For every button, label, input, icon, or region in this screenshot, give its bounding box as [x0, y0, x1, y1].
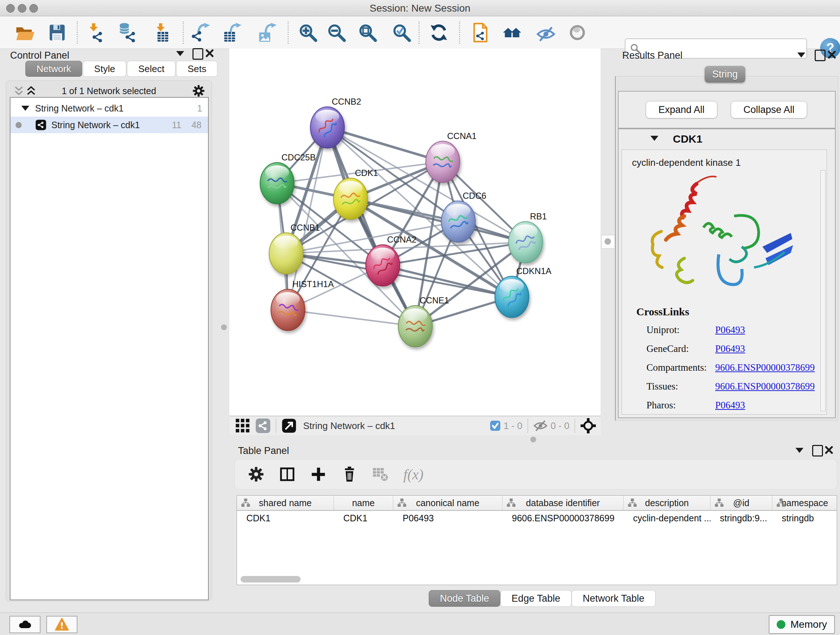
export-table-button[interactable] — [222, 22, 243, 43]
cell-shared-name[interactable]: CDK1 — [237, 511, 334, 526]
control-panel-float-icon[interactable] — [193, 48, 203, 60]
results-panel-float-icon[interactable] — [815, 50, 826, 61]
tab-select[interactable]: Select — [127, 61, 175, 77]
bottom-splitter-handle[interactable] — [531, 437, 536, 442]
results-panel-menu-icon[interactable] — [797, 52, 805, 57]
cell-description[interactable]: cyclin-dependent ... — [624, 511, 711, 526]
table-panel-menu-icon[interactable] — [796, 448, 804, 453]
birdseye-icon[interactable] — [580, 418, 596, 434]
graph-node-label-CCNB2: CCNB2 — [332, 97, 361, 106]
graph-node-CDKN1A[interactable]: CDKN1A — [495, 266, 551, 318]
zoom-out-icon — [327, 23, 346, 42]
tab-string[interactable]: String — [705, 66, 745, 82]
zoom-selected-button[interactable] — [391, 22, 412, 43]
columns-icon[interactable] — [279, 466, 295, 483]
collection-expander-icon[interactable] — [21, 106, 29, 111]
column-header--id[interactable]: @id — [711, 496, 772, 510]
expand-all-button[interactable]: Expand All — [646, 101, 717, 119]
column-header-database-identifier[interactable]: database identifier — [502, 496, 624, 510]
hidden-eye-icon[interactable] — [533, 420, 548, 432]
crosslink-link[interactable]: P06493 — [715, 325, 745, 343]
add-column-icon[interactable] — [310, 466, 327, 483]
graph-node-HIST1H1A[interactable]: HIST1H1A — [271, 279, 334, 331]
gene-section: CDK1 cyclin-dependent kinase 1 — [618, 128, 836, 418]
crosslink-link[interactable]: 9606.ENSP00000378699 — [715, 381, 815, 400]
detach-view-icon[interactable] — [281, 418, 297, 433]
left-splitter-handle[interactable] — [221, 325, 227, 330]
tab-network-table[interactable]: Network Table — [572, 590, 656, 607]
tab-network[interactable]: Network — [25, 61, 82, 77]
refresh-view-button[interactable] — [428, 22, 449, 43]
import-network-file-button[interactable] — [85, 22, 106, 43]
network-canvas[interactable]: CCNB2CCNA1CDC25BCDK1CDC6RB1CCNB1CCNA2CDK… — [229, 49, 600, 416]
tab-edge-table[interactable]: Edge Table — [500, 590, 572, 607]
detail-sphere-button[interactable] — [567, 22, 588, 43]
graph-edge-CCNB2-CCNA1[interactable] — [327, 127, 443, 162]
table-gear-icon[interactable] — [248, 466, 264, 483]
right-splitter-handle[interactable] — [601, 235, 615, 249]
network-share-icon[interactable] — [256, 418, 271, 433]
cell-name[interactable]: CDK1 — [334, 511, 393, 526]
graph-node-CCNE1[interactable]: CCNE1 — [398, 295, 449, 347]
cell-canonical-name[interactable]: P06493 — [393, 511, 502, 526]
tab-node-table[interactable]: Node Table — [429, 590, 500, 607]
graph-node-CDC25B[interactable]: CDC25B — [260, 152, 316, 204]
save-session-button[interactable] — [47, 22, 68, 43]
warnings-button[interactable] — [46, 616, 77, 633]
gene-expander-icon[interactable] — [651, 136, 658, 141]
delete-column-icon[interactable] — [341, 466, 358, 483]
results-panel-close-icon[interactable] — [827, 50, 836, 59]
export-network-button[interactable] — [190, 22, 211, 43]
cloud-status-button[interactable] — [9, 616, 41, 633]
results-scrollbar[interactable] — [821, 170, 826, 411]
graph-edge-CDK1-RB1[interactable] — [351, 199, 526, 242]
network-collection-row[interactable]: String Network – cdk1 1 — [11, 100, 208, 117]
grid-view-icon[interactable] — [235, 418, 250, 433]
hide-panels-button[interactable] — [535, 22, 556, 43]
collapse-all-button[interactable]: Collapse All — [731, 101, 807, 119]
cell--id[interactable]: stringdb:9... — [711, 511, 772, 526]
zoom-selected-icon — [392, 23, 411, 42]
control-panel-menu-icon[interactable] — [176, 51, 184, 56]
string-document-button[interactable] — [470, 22, 491, 43]
table-row[interactable]: CDK1CDK1P064939606.ENSP00000378699cyclin… — [237, 511, 837, 526]
gene-section-header[interactable]: CDK1 — [619, 129, 835, 148]
eye-slash-icon — [536, 23, 556, 42]
column-header-name[interactable]: name — [334, 496, 393, 510]
tab-style[interactable]: Style — [83, 61, 126, 77]
column-header-shared-name[interactable]: shared name — [237, 496, 334, 510]
node-table: shared namenamecanonical namedatabase id… — [237, 495, 837, 585]
crosslink-link[interactable]: P06493 — [715, 400, 745, 418]
memory-button[interactable]: Memory — [769, 615, 835, 634]
home-button[interactable] — [501, 22, 523, 43]
crosslink-row: Uniprot:P06493 — [646, 325, 816, 343]
table-panel-float-icon[interactable] — [812, 445, 823, 456]
graph-edge-HIST1H1A-CCNE1[interactable] — [288, 310, 415, 326]
graph-node-CCNB2[interactable]: CCNB2 — [310, 97, 361, 148]
network-graph[interactable]: CCNB2CCNA1CDC25BCDK1CDC6RB1CCNB1CCNA2CDK… — [229, 49, 600, 416]
import-network-database-button[interactable] — [117, 22, 137, 43]
table-panel-close-icon[interactable] — [824, 445, 834, 455]
graph-node-CCNA1[interactable]: CCNA1 — [426, 131, 477, 182]
cell-namespace[interactable]: stringdb — [772, 511, 837, 526]
zoom-fit-button[interactable] — [357, 22, 378, 43]
column-header-description[interactable]: description — [624, 496, 711, 510]
column-header-namespace[interactable]: namespace — [772, 496, 837, 510]
gear-icon[interactable] — [192, 84, 205, 97]
zoom-in-button[interactable] — [297, 22, 318, 43]
cell-database-identifier[interactable]: 9606.ENSP00000378699 — [502, 511, 624, 526]
tab-sets[interactable]: Sets — [176, 61, 218, 77]
graph-node-label-CCNB1: CCNB1 — [291, 223, 320, 233]
open-session-button[interactable] — [14, 22, 35, 43]
crosslink-link[interactable]: P06493 — [715, 343, 745, 362]
control-panel-close-icon[interactable] — [205, 49, 214, 58]
selected-checkbox-icon[interactable] — [490, 420, 501, 431]
import-table-file-button[interactable] — [150, 22, 172, 43]
network-row-selected[interactable]: String Network – cdk1 11 48 — [11, 117, 208, 133]
export-image-button[interactable] — [257, 22, 278, 43]
table-hscrollbar[interactable] — [240, 576, 301, 583]
column-header-canonical-name[interactable]: canonical name — [393, 496, 502, 510]
crosslink-link[interactable]: 9606.ENSP00000378699 — [715, 362, 815, 381]
graph-node-RB1[interactable]: RB1 — [508, 211, 547, 263]
zoom-out-button[interactable] — [326, 22, 347, 43]
